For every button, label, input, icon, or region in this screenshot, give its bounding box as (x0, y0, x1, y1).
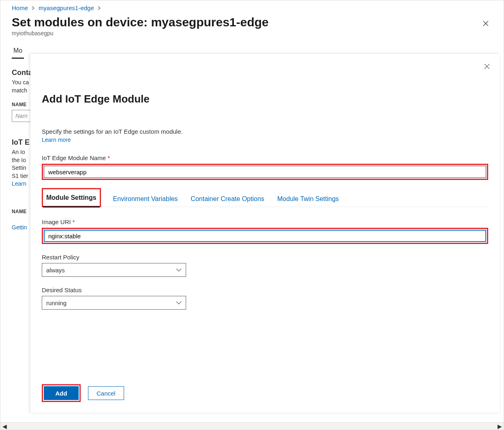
chevron-down-icon (176, 301, 182, 305)
tab-environment-variables[interactable]: Environment Variables (112, 192, 179, 207)
image-uri-highlight (42, 228, 488, 244)
desired-status-value: running (46, 300, 66, 306)
cancel-button[interactable]: Cancel (88, 386, 124, 400)
chevron-down-icon (176, 268, 182, 272)
page-title: Set modules on device: myasegpures1-edge (12, 15, 492, 29)
breadcrumb: Home myasegpures1-edge (0, 0, 504, 11)
chevron-right-icon (97, 6, 101, 10)
horizontal-scrollbar[interactable]: ◀ ▶ (0, 422, 504, 430)
add-button-highlight: Add (42, 384, 81, 402)
desired-status-label: Desired Status (42, 287, 488, 293)
tab-module-settings-highlight: Module Settings (42, 188, 101, 207)
module-name-highlight (42, 164, 488, 180)
restart-policy-select[interactable]: always (42, 263, 186, 277)
module-name-label: IoT Edge Module Name* (42, 154, 488, 161)
tab-module-settings[interactable]: Module Settings (45, 191, 97, 205)
breadcrumb-device[interactable]: myasegpures1-edge (39, 4, 94, 11)
flyout-title: Add IoT Edge Module (42, 93, 488, 105)
add-module-flyout: Add IoT Edge Module Specify the settings… (30, 54, 500, 413)
desired-status-select[interactable]: running (42, 296, 186, 310)
module-tabs: Module Settings Environment Variables Co… (42, 188, 488, 207)
learn-more-link[interactable]: Learn more (42, 137, 71, 143)
close-flyout-button[interactable] (482, 61, 492, 72)
flyout-footer: Add Cancel (30, 375, 500, 413)
bg-learn-more-link[interactable]: Learn (12, 180, 26, 187)
breadcrumb-home[interactable]: Home (12, 4, 28, 11)
close-page-button[interactable] (480, 18, 491, 29)
restart-policy-value: always (46, 267, 65, 274)
tab-module-twin-settings[interactable]: Module Twin Settings (277, 192, 340, 207)
tab-container-create-options[interactable]: Container Create Options (190, 192, 265, 207)
page-subtitle: myiothubasegpu (12, 30, 492, 36)
image-uri-input[interactable] (44, 230, 486, 242)
chevron-right-icon (31, 6, 35, 10)
restart-policy-label: Restart Policy (42, 254, 488, 261)
scroll-right-icon[interactable]: ▶ (496, 423, 503, 430)
image-uri-label: Image URI* (42, 218, 488, 225)
module-name-input[interactable] (44, 166, 486, 178)
add-button[interactable]: Add (44, 386, 79, 400)
tab-modules-bg[interactable]: Mo (12, 44, 24, 59)
scroll-left-icon[interactable]: ◀ (1, 423, 8, 430)
flyout-description: Specify the settings for an IoT Edge cus… (42, 128, 488, 135)
